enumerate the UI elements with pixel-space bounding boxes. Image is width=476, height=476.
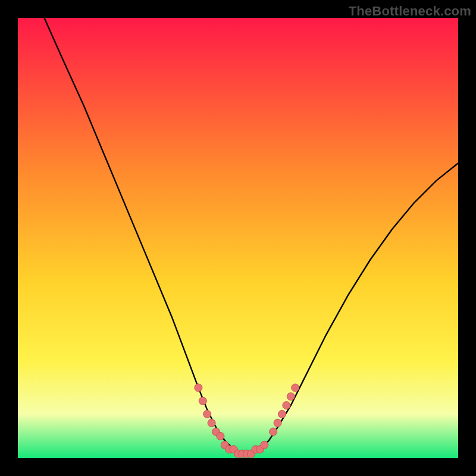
data-point [270, 428, 277, 436]
data-point [208, 419, 215, 427]
data-point [292, 384, 299, 392]
watermark-text: TheBottleneck.com [349, 4, 471, 19]
data-point [195, 384, 202, 392]
data-point [217, 433, 224, 440]
data-point [199, 397, 206, 405]
data-point [278, 411, 286, 418]
heat-gradient-bg [18, 18, 458, 458]
data-point [203, 411, 211, 418]
data-point [274, 419, 281, 427]
bottleneck-chart [18, 18, 458, 458]
data-point [261, 441, 268, 449]
data-point [283, 402, 290, 409]
chart-frame [18, 18, 458, 458]
data-point [287, 393, 295, 400]
